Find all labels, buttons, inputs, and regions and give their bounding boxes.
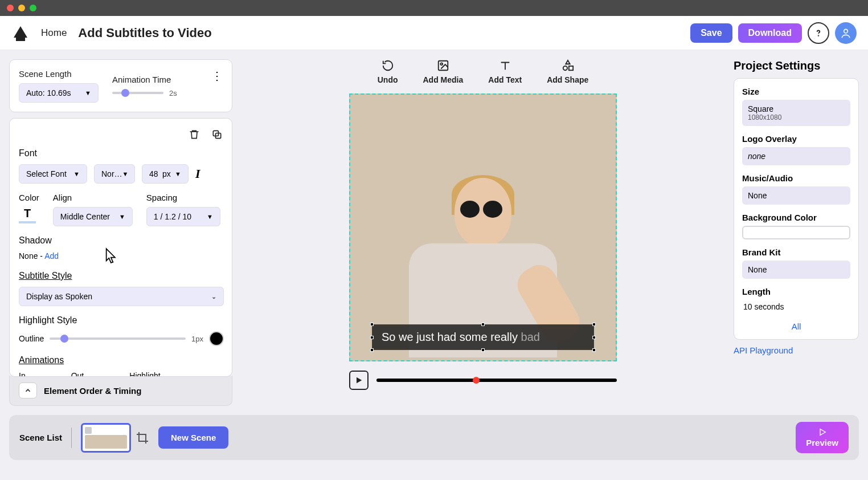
left-panel: Scene Length Auto: 10.69s ▼ Animation Ti… bbox=[9, 59, 232, 406]
project-settings-card: Size Square 1080x1080 Logo Overlay none … bbox=[734, 78, 859, 340]
scene-card: Scene Length Auto: 10.69s ▼ Animation Ti… bbox=[9, 59, 232, 112]
scene-thumbnail[interactable] bbox=[81, 423, 131, 453]
element-order-toggle[interactable] bbox=[19, 383, 37, 398]
delete-button[interactable] bbox=[187, 128, 201, 141]
outline-value: 1px bbox=[191, 335, 203, 343]
resize-handle[interactable] bbox=[481, 348, 485, 352]
add-text-button[interactable]: Add Text bbox=[488, 59, 522, 84]
undo-icon bbox=[382, 59, 394, 72]
font-weight-dropdown[interactable]: Nor… ▼ bbox=[94, 164, 135, 184]
brand-kit-selector[interactable]: None bbox=[742, 261, 850, 279]
anim-in-label: In bbox=[19, 371, 26, 377]
new-scene-button[interactable]: New Scene bbox=[158, 426, 228, 449]
canvas-toolbar: Undo Add Media Add Text Add Shape bbox=[378, 59, 589, 84]
video-canvas[interactable]: So we just had some really bad bbox=[349, 93, 617, 361]
scene-length-value: Auto: 10.69s bbox=[26, 88, 71, 97]
italic-button[interactable]: I bbox=[195, 166, 200, 181]
page-title: Add Subtitles to Video bbox=[78, 26, 211, 40]
font-size-num: 48 bbox=[149, 169, 158, 178]
animations-label: Animations bbox=[19, 355, 224, 365]
duplicate-button[interactable] bbox=[210, 128, 224, 141]
shadow-value: None - bbox=[19, 251, 44, 261]
scene-length-dropdown[interactable]: Auto: 10.69s ▼ bbox=[19, 83, 99, 103]
text-icon bbox=[499, 59, 511, 72]
logo-overlay-selector[interactable]: none bbox=[742, 147, 850, 165]
trash-icon bbox=[189, 129, 200, 140]
api-playground-link[interactable]: API Playground bbox=[734, 345, 859, 355]
copy-icon bbox=[211, 129, 223, 140]
user-avatar[interactable] bbox=[835, 22, 857, 44]
download-button[interactable]: Download bbox=[738, 23, 802, 43]
home-link[interactable]: Home bbox=[41, 27, 67, 39]
svg-point-1 bbox=[818, 35, 819, 36]
subtitle-text-upcoming: bad bbox=[521, 331, 540, 343]
bottom-bar: Scene List New Scene Preview bbox=[9, 415, 859, 460]
subtitle-element[interactable]: So we just had some really bad bbox=[372, 324, 594, 350]
resize-handle[interactable] bbox=[592, 336, 596, 339]
header: Home Add Subtitles to Video Save Downloa… bbox=[0, 16, 868, 50]
resize-handle[interactable] bbox=[592, 323, 596, 326]
playback-bar bbox=[349, 371, 617, 390]
center-panel: Undo Add Media Add Text Add Shape bbox=[241, 59, 724, 406]
play-icon bbox=[818, 428, 827, 437]
svg-point-7 bbox=[563, 66, 567, 70]
window-maximize-icon[interactable] bbox=[30, 5, 36, 11]
font-size-dropdown[interactable]: 48 px ▼ bbox=[142, 164, 189, 184]
font-heading: Font bbox=[19, 148, 224, 158]
shapes-icon bbox=[562, 59, 574, 72]
resize-handle[interactable] bbox=[370, 348, 374, 352]
color-label: Color bbox=[19, 193, 39, 202]
window-minimize-icon[interactable] bbox=[18, 5, 25, 11]
resize-handle[interactable] bbox=[481, 323, 485, 326]
svg-rect-8 bbox=[569, 66, 573, 70]
all-settings-link[interactable]: All bbox=[742, 322, 850, 331]
titlebar bbox=[0, 0, 868, 16]
project-settings-title: Project Settings bbox=[734, 59, 859, 72]
text-color-picker[interactable]: T bbox=[19, 207, 36, 223]
music-selector[interactable]: None bbox=[742, 186, 850, 205]
scene-length-label: Scene Length bbox=[19, 69, 99, 79]
scene-menu-button[interactable]: ⋮ bbox=[211, 69, 223, 83]
resize-handle[interactable] bbox=[370, 323, 374, 326]
brand-kit-label: Brand Kit bbox=[742, 247, 850, 257]
align-label: Align bbox=[53, 193, 133, 202]
play-button[interactable] bbox=[349, 371, 369, 390]
animation-time-slider[interactable] bbox=[112, 92, 163, 94]
undo-button[interactable]: Undo bbox=[378, 59, 398, 84]
length-value: 10 seconds bbox=[742, 300, 850, 314]
spacing-dropdown[interactable]: 1 / 1.2 / 10 ▼ bbox=[146, 207, 220, 226]
logo-overlay-label: Logo Overlay bbox=[742, 134, 850, 144]
progress-bar[interactable] bbox=[376, 379, 617, 382]
font-weight-value: Nor… bbox=[101, 169, 122, 178]
help-button[interactable] bbox=[808, 22, 829, 44]
length-label: Length bbox=[742, 287, 850, 296]
size-label: Size bbox=[742, 87, 850, 96]
crop-icon[interactable] bbox=[136, 431, 149, 445]
outline-slider[interactable] bbox=[50, 337, 186, 340]
window-close-icon[interactable] bbox=[7, 5, 14, 11]
chevron-down-icon: ▼ bbox=[73, 170, 80, 177]
align-dropdown[interactable]: Middle Center ▼ bbox=[53, 207, 133, 226]
progress-cursor[interactable] bbox=[473, 377, 480, 384]
shadow-add-link[interactable]: Add bbox=[44, 251, 59, 261]
font-family-value: Select Font bbox=[26, 169, 67, 178]
element-order-label: Element Order & Timing bbox=[44, 386, 141, 396]
spacing-value: 1 / 1.2 / 10 bbox=[154, 212, 191, 221]
chevron-down-icon: ▼ bbox=[119, 213, 125, 220]
outline-color-picker[interactable] bbox=[209, 331, 224, 346]
bg-color-picker[interactable] bbox=[742, 226, 850, 239]
resize-handle[interactable] bbox=[592, 348, 596, 352]
anim-highlight-label: Highlight bbox=[129, 371, 160, 377]
subtitle-style-dropdown[interactable]: Display as Spoken ⌄ bbox=[19, 287, 224, 306]
image-icon bbox=[437, 59, 449, 72]
resize-handle[interactable] bbox=[370, 336, 374, 339]
chevron-up-icon bbox=[24, 387, 32, 394]
save-button[interactable]: Save bbox=[690, 23, 732, 43]
add-shape-button[interactable]: Add Shape bbox=[547, 59, 588, 84]
font-family-dropdown[interactable]: Select Font ▼ bbox=[19, 164, 87, 184]
preview-button[interactable]: Preview bbox=[796, 422, 849, 453]
size-selector[interactable]: Square 1080x1080 bbox=[742, 100, 850, 126]
element-order-bar[interactable]: Element Order & Timing bbox=[9, 376, 232, 406]
subtitle-style-label: Subtitle Style bbox=[19, 271, 224, 281]
add-media-button[interactable]: Add Media bbox=[423, 59, 464, 84]
